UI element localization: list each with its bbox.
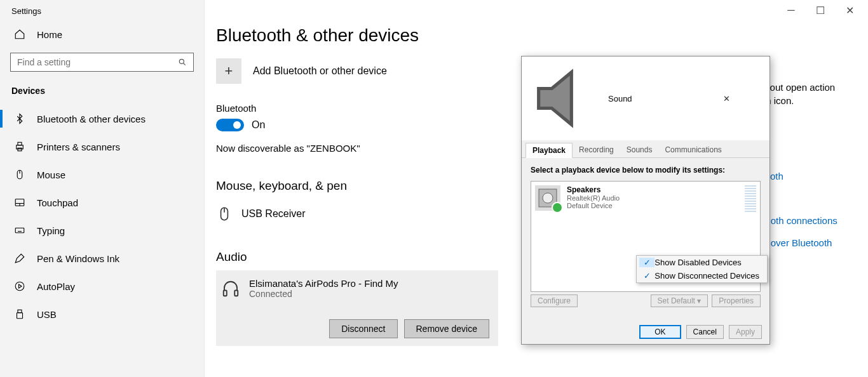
playback-device-list[interactable]: Speakers Realtek(R) Audio Default Device… [531, 181, 761, 292]
mouse-icon [216, 206, 233, 222]
context-menu: ✓Show Disabled Devices✓Show Disconnected… [636, 255, 768, 283]
svg-rect-3 [18, 148, 22, 151]
remove-device-button[interactable]: Remove device [404, 319, 490, 338]
device-label: USB Receiver [241, 208, 305, 220]
home-label: Home [37, 29, 62, 40]
svg-rect-21 [234, 291, 238, 296]
apply-button[interactable]: Apply [729, 325, 762, 339]
set-default-button[interactable]: Set Default [651, 294, 709, 307]
toggle-state: On [252, 119, 265, 131]
app-title: Settings [0, 0, 204, 21]
nav-item-usb[interactable]: USB [0, 300, 204, 328]
check-icon: ✓ [639, 271, 654, 281]
keyboard-icon [14, 225, 25, 236]
svg-rect-1 [17, 145, 24, 149]
pen-icon [14, 253, 25, 264]
nav-item-bluetooth[interactable]: Bluetooth & other devices [0, 105, 204, 133]
svg-point-15 [15, 282, 24, 291]
autoplay-icon [14, 281, 25, 292]
add-device-label: Add Bluetooth or other device [253, 65, 387, 77]
search-input[interactable] [17, 57, 178, 67]
mouse-icon [14, 169, 25, 180]
page-title: Bluetooth & other devices [216, 0, 868, 58]
svg-point-23 [543, 193, 553, 203]
sound-dialog: Sound ✕ PlaybackRecordingSoundsCommunica… [521, 56, 770, 345]
audio-device-selected[interactable]: Elsimanata's AirPods Pro - Find My Conne… [216, 270, 498, 346]
bluetooth-icon [14, 113, 25, 124]
minimize-button[interactable]: ─ [776, 0, 806, 20]
nav-item-pen[interactable]: Pen & Windows Ink [0, 244, 204, 272]
nav-item-keyboard[interactable]: Typing [0, 216, 204, 244]
svg-rect-17 [17, 313, 23, 319]
plus-icon: + [216, 58, 241, 84]
dialog-title: Sound [608, 94, 687, 103]
device-driver: Realtek(R) Audio [567, 194, 620, 202]
nav-item-touchpad[interactable]: Touchpad [0, 189, 204, 216]
dialog-tabs: PlaybackRecordingSoundsCommunications [522, 140, 770, 158]
svg-rect-16 [18, 310, 22, 313]
maximize-button[interactable]: ☐ [806, 0, 835, 20]
category-heading: Devices [0, 79, 204, 105]
nav-label: USB [37, 309, 57, 320]
close-button[interactable]: ✕ [835, 0, 864, 20]
search-input-wrapper[interactable] [10, 53, 194, 72]
audio-device-name: Elsimanata's AirPods Pro - Find My [249, 278, 398, 289]
window-controls: ─ ☐ ✕ [776, 0, 864, 20]
dialog-close-button[interactable]: ✕ [687, 94, 766, 103]
check-icon: ✓ [639, 258, 654, 267]
properties-button[interactable]: Properties [712, 294, 761, 307]
configure-button[interactable]: Configure [531, 294, 578, 307]
ok-button[interactable]: OK [639, 325, 681, 339]
dialog-titlebar[interactable]: Sound ✕ [522, 56, 770, 140]
nav-label: Touchpad [37, 197, 78, 208]
device-speakers[interactable]: Speakers Realtek(R) Audio Default Device [535, 185, 756, 212]
context-menu-item[interactable]: ✓Show Disabled Devices [637, 256, 767, 269]
tab-communications[interactable]: Communications [658, 143, 728, 157]
device-name: Speakers [567, 185, 620, 194]
touchpad-icon [14, 197, 25, 208]
vu-meter [745, 185, 756, 212]
home-nav[interactable]: Home [0, 21, 204, 49]
nav-item-autoplay[interactable]: AutoPlay [0, 272, 204, 300]
usb-icon [14, 308, 25, 320]
svg-rect-20 [224, 291, 227, 296]
context-menu-item[interactable]: ✓Show Disconnected Devices [637, 269, 767, 282]
disconnect-button[interactable]: Disconnect [329, 319, 397, 338]
home-icon [14, 29, 25, 40]
headphones-icon [221, 279, 240, 298]
speaker-device-icon [535, 185, 560, 211]
settings-sidebar: Settings Home Devices Bluetooth & other … [0, 0, 205, 377]
bluetooth-toggle[interactable] [216, 119, 244, 131]
svg-point-0 [179, 59, 184, 63]
dialog-help-text: Select a playback device below to modify… [531, 166, 761, 175]
tab-sounds[interactable]: Sounds [620, 143, 659, 157]
audio-device-status: Connected [249, 289, 398, 299]
nav-label: Pen & Windows Ink [37, 253, 119, 264]
nav-item-mouse[interactable]: Mouse [0, 161, 204, 189]
search-icon [178, 58, 187, 67]
nav-label: Mouse [37, 169, 65, 180]
tab-playback[interactable]: Playback [526, 143, 573, 158]
device-default: Default Device [567, 202, 620, 209]
printer-icon [14, 141, 25, 152]
nav-item-printer[interactable]: Printers & scanners [0, 133, 204, 161]
nav-label: AutoPlay [37, 281, 75, 292]
nav-label: Bluetooth & other devices [37, 114, 146, 124]
svg-rect-2 [18, 142, 22, 145]
svg-rect-9 [15, 228, 24, 233]
nav-label: Typing [37, 225, 65, 236]
tab-recording[interactable]: Recording [573, 143, 620, 157]
nav-label: Printers & scanners [37, 142, 120, 152]
sound-icon [526, 59, 604, 138]
cancel-button[interactable]: Cancel [686, 325, 724, 339]
